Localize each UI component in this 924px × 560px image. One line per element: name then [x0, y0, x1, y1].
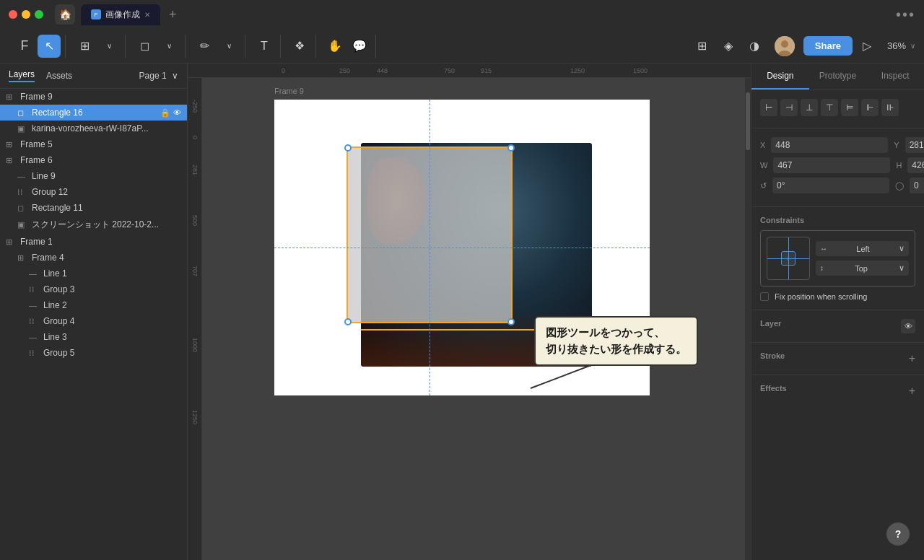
w-input[interactable]: [773, 157, 890, 173]
layer-item-screenshot[interactable]: ▣ スクリーンショット 2022-10-2...: [0, 216, 187, 234]
ruler-mark-1250: 1250: [570, 67, 585, 74]
fix-scroll-row: Fix position when scrolling: [760, 292, 915, 301]
share-button[interactable]: Share: [803, 36, 853, 56]
layer-name: Frame 1: [20, 237, 181, 247]
tool-frame-dropdown[interactable]: ∨: [97, 35, 121, 58]
more-menu-icon[interactable]: •••: [896, 6, 915, 23]
selection-rect[interactable]: [346, 146, 513, 323]
tool-comment[interactable]: 💬: [348, 35, 371, 58]
align-left[interactable]: ⊢: [760, 99, 777, 116]
align-center-h[interactable]: ⊣: [780, 99, 798, 116]
tab-close-icon[interactable]: ✕: [144, 11, 150, 19]
handle-br[interactable]: [507, 318, 515, 325]
top-constraint-dropdown[interactable]: ↕ Top ∨: [816, 261, 909, 276]
callout-tooltip: 図形ツールをつかって、 切り抜きたい形を作成する。: [534, 316, 698, 366]
maximize-button[interactable]: [35, 10, 43, 19]
tool-text[interactable]: T: [253, 35, 276, 58]
page-selector[interactable]: Page 1 ∨: [139, 71, 178, 81]
left-constraint-chevron: ∨: [899, 244, 905, 253]
panel-tab-prototype[interactable]: Prototype: [809, 64, 867, 89]
close-button[interactable]: [9, 10, 17, 19]
tool-components[interactable]: ❖: [288, 35, 311, 58]
layer-item-frame1[interactable]: ⊞ Frame 1: [0, 234, 187, 250]
panel-tab-design[interactable]: Design: [751, 64, 809, 89]
x-input[interactable]: [771, 137, 888, 153]
tool-mask[interactable]: ◈: [717, 35, 740, 58]
layer-item-line2[interactable]: — Line 2: [0, 297, 187, 313]
eye-icon[interactable]: 👁: [173, 108, 181, 118]
layer-name: Group 5: [43, 348, 181, 358]
x-label: X: [760, 141, 765, 149]
home-icon[interactable]: 🏠: [55, 4, 75, 25]
layer-item-group3[interactable]: ⁞⁞ Group 3: [0, 281, 187, 297]
scroll-thumb[interactable]: [746, 92, 750, 150]
minimize-button[interactable]: [22, 10, 30, 19]
layer-item-frame4[interactable]: ⊞ Frame 4: [0, 250, 187, 266]
tool-grid[interactable]: ⊞: [691, 35, 714, 58]
tool-figma-icon[interactable]: F: [13, 35, 36, 58]
tool-pen-dropdown[interactable]: ∨: [217, 35, 240, 58]
group-icon: ⁞⁞: [29, 349, 39, 358]
y-input[interactable]: [905, 137, 924, 153]
image-icon: ▣: [17, 124, 27, 134]
tool-shape-dropdown[interactable]: ∨: [157, 35, 180, 58]
layer-item-line1[interactable]: — Line 1: [0, 266, 187, 281]
tool-pen[interactable]: ✏: [193, 35, 216, 58]
active-tab[interactable]: F 画像作成 ✕: [81, 4, 160, 25]
play-button[interactable]: ▷: [855, 35, 879, 58]
tool-hand[interactable]: ✋: [323, 35, 346, 58]
layer-name: Line 9: [32, 171, 181, 181]
add-effect-button[interactable]: +: [909, 385, 915, 398]
align-top[interactable]: ⊤: [821, 99, 838, 116]
rectangle-icon: ◻: [17, 204, 27, 213]
svg-point-1: [781, 40, 788, 48]
layer-item-group5[interactable]: ⁞⁞ Group 5: [0, 345, 187, 361]
sidebar-tab-layers[interactable]: Layers: [9, 69, 35, 82]
distribute[interactable]: ⊪: [881, 99, 899, 116]
align-bottom[interactable]: ⊩: [861, 99, 879, 116]
fix-scroll-checkbox[interactable]: [760, 292, 769, 301]
tool-frame[interactable]: ⊞: [73, 35, 96, 58]
handle-tl[interactable]: [344, 144, 352, 152]
h-input[interactable]: [907, 157, 924, 173]
frame-icon: ⊞: [6, 92, 16, 102]
canvas-area[interactable]: 0 250 448 750 915 1250 1500 -250 0 281 5…: [188, 64, 751, 560]
panel-tab-inspect[interactable]: Inspect: [866, 64, 924, 89]
layer-item-frame9[interactable]: ⊞ Frame 9: [0, 89, 187, 105]
zoom-dropdown-icon[interactable]: ∨: [910, 42, 915, 50]
tab-label: 画像作成: [105, 9, 140, 21]
scrollbar-vertical[interactable]: [745, 78, 751, 560]
radius-input[interactable]: [910, 178, 924, 193]
lock-icon[interactable]: 🔒: [160, 108, 170, 118]
zoom-indicator[interactable]: 36%: [887, 40, 906, 51]
left-constraint-dropdown[interactable]: ↔ Left ∨: [816, 241, 909, 256]
stroke-section: Stroke +: [751, 343, 924, 375]
rotation-input[interactable]: [772, 178, 889, 193]
tool-shape[interactable]: ◻: [133, 35, 156, 58]
tool-contrast[interactable]: ◑: [743, 35, 766, 58]
layer-item-frame6[interactable]: ⊞ Frame 6: [0, 152, 187, 168]
layer-item-frame5[interactable]: ⊞ Frame 5: [0, 136, 187, 152]
layer-item-rect16[interactable]: ◻ Rectangle 16 🔒 👁: [0, 105, 187, 121]
align-right[interactable]: ⊥: [801, 99, 818, 116]
align-center-v[interactable]: ⊨: [841, 99, 858, 116]
ruler-mark-250: 250: [339, 67, 350, 74]
layer-visibility-icon[interactable]: 👁: [901, 319, 915, 333]
tool-move[interactable]: ↖: [38, 35, 61, 58]
handle-tr[interactable]: [507, 144, 515, 152]
tool-group-hand: ✋ 💬: [319, 35, 376, 58]
help-button[interactable]: ?: [886, 522, 910, 546]
sidebar-tab-assets[interactable]: Assets: [46, 71, 72, 81]
layer-item-group12[interactable]: ⁞⁞ Group 12: [0, 184, 187, 200]
layer-item-line3[interactable]: — Line 3: [0, 329, 187, 345]
handle-bl[interactable]: [344, 318, 352, 325]
ruler-mark-v-1000: 1000: [191, 338, 199, 352]
add-stroke-button[interactable]: +: [909, 352, 915, 365]
layer-item-group4[interactable]: ⁞⁞ Group 4: [0, 313, 187, 329]
tool-group-components: ❖: [284, 35, 316, 58]
layer-item-karina[interactable]: ▣ karina-vorozheeva-rW-I87aP...: [0, 121, 187, 136]
layer-item-rect11[interactable]: ◻ Rectangle 11: [0, 200, 187, 216]
group-icon: ⁞⁞: [29, 285, 39, 294]
layer-item-line9[interactable]: — Line 9: [0, 168, 187, 184]
add-tab-button[interactable]: +: [169, 7, 177, 22]
